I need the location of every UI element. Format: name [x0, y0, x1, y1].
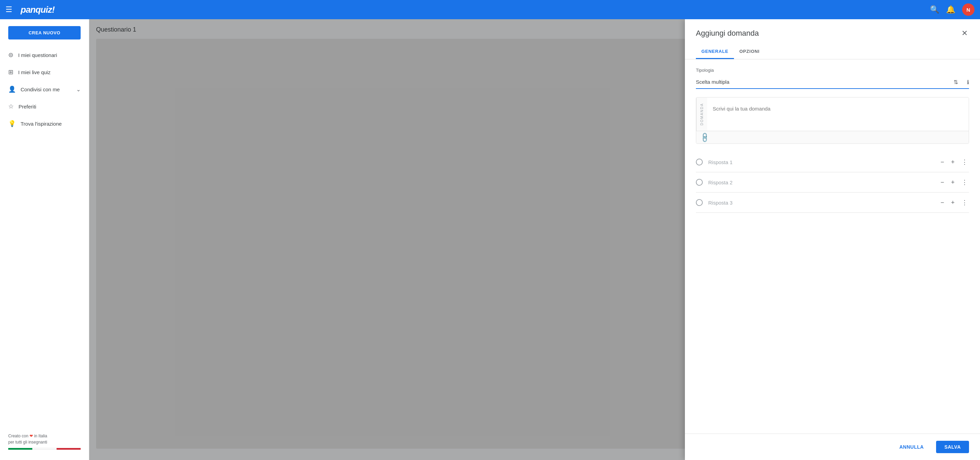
question-area: DOMANDA 🔗 — [696, 97, 969, 144]
answer-text-2: Risposta 2 — [708, 180, 934, 185]
dialog-header: Aggiungi domanda ✕ — [685, 19, 980, 39]
dialog-tabs: GENERALE OPZIONI — [685, 45, 980, 59]
sidebar-item-label: I miei questionari — [18, 52, 57, 58]
answer-text-1: Risposta 1 — [708, 159, 934, 165]
lightbulb-icon: 💡 — [8, 120, 16, 127]
add-question-dialog: Aggiungi domanda ✕ GENERALE OPZIONI Tipo… — [685, 19, 980, 460]
search-icon[interactable]: 🔍 — [930, 5, 939, 14]
minus-button-3[interactable]: − — [939, 198, 946, 207]
answer-actions-3: − + ⋮ — [939, 198, 969, 207]
info-icon[interactable]: ℹ — [967, 79, 969, 85]
tab-generale[interactable]: GENERALE — [696, 45, 734, 59]
salva-button[interactable]: SALVA — [936, 441, 969, 453]
answer-radio-2[interactable] — [696, 179, 703, 186]
question-input-row: DOMANDA — [696, 97, 969, 131]
sidebar-item-preferiti[interactable]: ☆ Preferiti — [0, 98, 89, 115]
dialog-title: Aggiungi domanda — [696, 29, 759, 38]
dialog-overlay: Aggiungi domanda ✕ GENERALE OPZIONI Tipo… — [89, 19, 980, 460]
dialog-footer: ANNULLA SALVA — [685, 434, 980, 460]
answer-row-2: Risposta 2 − + ⋮ — [696, 172, 969, 193]
more-button-1[interactable]: ⋮ — [960, 158, 969, 167]
hamburger-icon[interactable]: ☰ — [5, 5, 12, 14]
select-arrows-icon: ⇅ — [954, 79, 958, 85]
minus-button-2[interactable]: − — [939, 178, 946, 187]
sidebar-item-trova-ispirazione[interactable]: 💡 Trova l'ispirazione — [0, 115, 89, 132]
list-icon: ⊜ — [8, 51, 13, 59]
attachment-row: 🔗 — [696, 131, 969, 143]
sidebar-item-condivisi-con-me[interactable]: 👤 Condivisi con me ⌄ — [0, 81, 89, 98]
more-button-3[interactable]: ⋮ — [960, 198, 969, 207]
minus-button-1[interactable]: − — [939, 158, 946, 167]
chevron-down-icon: ⌄ — [76, 86, 81, 93]
answer-text-3: Risposta 3 — [708, 200, 934, 205]
person-icon: 👤 — [8, 86, 16, 93]
logo: panquiz! — [21, 5, 54, 15]
attachment-icon[interactable]: 🔗 — [698, 132, 711, 143]
topnav-right: 🔍 🔔 N — [930, 3, 975, 16]
notifications-icon[interactable]: 🔔 — [946, 5, 955, 14]
sidebar-item-miei-live-quiz[interactable]: ⊞ I miei live quiz — [0, 64, 89, 81]
tab-opzioni[interactable]: OPZIONI — [734, 45, 765, 59]
sidebar-item-label: Preferiti — [19, 103, 37, 110]
sidebar-footer: Creato con ❤ in Italia per tutti gli ins… — [0, 426, 89, 453]
heart-icon: ❤ — [30, 434, 33, 438]
sidebar-item-label: Condivisi con me — [21, 86, 60, 92]
answer-actions-1: − + ⋮ — [939, 158, 969, 167]
layout: CREA NUOVO ⊜ I miei questionari ⊞ I miei… — [0, 19, 980, 460]
answer-radio-3[interactable] — [696, 199, 703, 206]
question-textarea[interactable] — [707, 97, 969, 131]
dialog-close-button[interactable]: ✕ — [960, 27, 969, 39]
sidebar: CREA NUOVO ⊜ I miei questionari ⊞ I miei… — [0, 19, 89, 460]
answers-section: Risposta 1 − + ⋮ Risposta 2 − — [696, 152, 969, 213]
avatar[interactable]: N — [962, 3, 975, 16]
sidebar-item-label: I miei live quiz — [18, 69, 51, 75]
sidebar-item-label: Trova l'ispirazione — [21, 121, 62, 127]
tipologia-label: Tipologia — [696, 68, 969, 73]
crea-nuovo-button[interactable]: CREA NUOVO — [8, 26, 81, 40]
more-button-2[interactable]: ⋮ — [960, 178, 969, 187]
tipologia-select[interactable]: Scelta multipla Risposta aperta Vero/Fal… — [696, 75, 969, 88]
answer-row-1: Risposta 1 − + ⋮ — [696, 152, 969, 172]
tipologia-select-wrapper: Scelta multipla Risposta aperta Vero/Fal… — [696, 75, 969, 89]
dialog-body: Tipologia Scelta multipla Risposta apert… — [685, 59, 980, 434]
plus-button-1[interactable]: + — [950, 158, 956, 167]
main-content: Questionario 1 User1, Aggiungi domanda ✕… — [89, 19, 980, 460]
italian-flag — [8, 448, 81, 450]
annulla-button[interactable]: ANNULLA — [892, 441, 931, 453]
answer-row-3: Risposta 3 − + ⋮ — [696, 193, 969, 213]
star-icon: ☆ — [8, 103, 14, 110]
topnav: ☰ panquiz! 🔍 🔔 N — [0, 0, 980, 19]
sidebar-item-miei-questionari[interactable]: ⊜ I miei questionari — [0, 46, 89, 64]
live-quiz-icon: ⊞ — [8, 68, 13, 76]
plus-button-3[interactable]: + — [950, 198, 956, 207]
answer-actions-2: − + ⋮ — [939, 178, 969, 187]
plus-button-2[interactable]: + — [950, 178, 956, 187]
domanda-label: DOMANDA — [696, 97, 707, 131]
answer-radio-1[interactable] — [696, 159, 703, 166]
